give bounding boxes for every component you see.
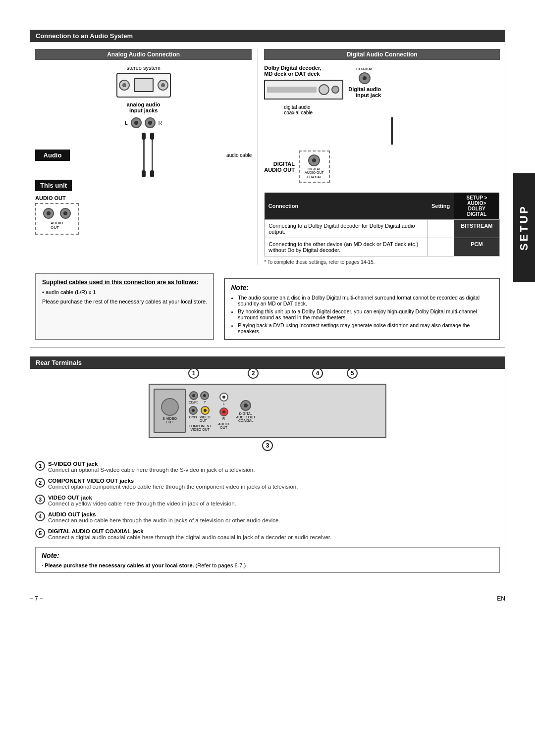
footer-lang: EN <box>497 595 505 602</box>
page-footer: – 7 – EN <box>30 595 505 602</box>
audio-out-area: AUDIO OUT AUDIOOUT <box>35 195 252 235</box>
audio-out-jack-l <box>43 208 54 219</box>
jack-r <box>145 117 156 128</box>
digital-audio-input-label: Digital audioinput jack <box>348 86 381 98</box>
digital-in-jack-inner <box>363 76 367 80</box>
digital-out-labels: DIGITALAUDIO OUT <box>264 161 295 173</box>
badge-4: 4 <box>312 368 323 379</box>
dd-device-label: Dolby Digital decoder,MD deck or DAT dec… <box>264 65 343 77</box>
digital-label: DIGITALAUDIO OUT <box>264 161 295 173</box>
audio-out-area-rear: L R AUDIOOUT <box>218 393 229 429</box>
note-title: Note: <box>231 284 493 292</box>
jack-l <box>131 117 142 128</box>
speaker-left-icon <box>119 80 130 91</box>
speaker-right-icon <box>158 80 168 91</box>
l-label: L <box>125 120 128 126</box>
rear-panel: S-VIDEOOUT Cb/Pb Y <box>149 384 386 438</box>
badge-1-pos: 1 <box>188 368 199 379</box>
s-video-port: S-VIDEOOUT <box>154 389 186 433</box>
rear-diagram-wrapper: 1 2 4 5 <box>149 381 386 451</box>
table-row-1: Connecting to a Dolby Digital decoder fo… <box>265 220 500 238</box>
setup-table: Connection Setting SETUP > AUDIO>DOLBY D… <box>264 193 500 256</box>
table-row2-connection: Connecting to the other device (an MD de… <box>265 238 428 256</box>
terminal-num-1: 1 <box>35 461 45 471</box>
terminal-text-1: S-VIDEO OUT jack Connect an optional S-v… <box>48 461 255 473</box>
audio-out-rear-label: AUDIOOUT <box>218 422 229 429</box>
note-list: The audio source on a disc in a Dolby Di… <box>231 295 493 334</box>
cable-lines <box>136 135 160 175</box>
component-top-row: Cb/Pb Y <box>189 391 212 404</box>
analog-col-header: Analog Audio Connection <box>35 49 252 60</box>
setup-label: SETUP <box>518 204 531 251</box>
rear-section-content: 1 2 4 5 <box>30 369 505 580</box>
badge-2: 2 <box>248 368 259 379</box>
terminal-text-3: VIDEO OUT jack Connect a yellow video ca… <box>48 495 236 506</box>
audio-out-box: AUDIOOUT <box>35 203 79 235</box>
setup-note: * To complete these settings, refer to p… <box>264 259 500 265</box>
stereo-icon <box>116 73 171 98</box>
digital-out-row: DIGITALAUDIO OUT DIGITALAUDIO OUT COAXIA… <box>264 151 500 183</box>
audio-out-tiny: AUDIOOUT <box>51 221 63 230</box>
table-col3-header: SETUP > AUDIO>DOLBY DIGITAL <box>454 193 499 220</box>
supplied-box: Supplied cables used in this connection … <box>35 273 214 340</box>
terminal-item-3: 3 VIDEO OUT jack Connect a yellow video … <box>35 495 500 506</box>
s-video-circle <box>161 398 179 416</box>
analog-audio-label: analog audioinput jacks <box>127 101 160 113</box>
plug-top-l <box>142 133 146 140</box>
this-unit-row: This unit <box>35 180 252 191</box>
plug-bottom-l <box>142 170 146 177</box>
badge-3-row: 3 <box>149 440 386 451</box>
terminal-num-5: 5 <box>35 528 45 538</box>
terminal-num-3: 3 <box>35 495 45 504</box>
bottom-split: Supplied cables used in this connection … <box>35 273 500 340</box>
coaxial-tiny: COAXIAL <box>307 175 321 179</box>
audio-r-label: R <box>222 417 225 420</box>
table-row1-setting: BITSTREAM <box>454 220 499 238</box>
coaxial-label: COAXIAL <box>356 67 374 71</box>
cable-area <box>74 135 222 175</box>
note-item-2: By hooking this unit up to a Dolby Digit… <box>238 308 493 320</box>
r-label: R <box>159 120 162 126</box>
badge-5-pos: 5 <box>347 368 358 379</box>
connection-columns: Analog Audio Connection stereo system an… <box>35 49 500 265</box>
cr-jack: Cr/Pr <box>189 406 198 422</box>
cable-right <box>152 135 153 175</box>
terminal-item-2: 2 COMPONENT VIDEO OUT jacks Connect opti… <box>35 478 500 490</box>
audio-l-jack: L <box>218 393 229 405</box>
digital-out-box: DIGITALAUDIO OUT COAXIAL <box>299 151 330 183</box>
terminal-num-2: 2 <box>35 478 45 488</box>
device-slot <box>267 87 317 93</box>
s-video-label: S-VIDEOOUT <box>162 417 177 424</box>
cb-jack: Cb/Pb <box>189 391 198 404</box>
badge-1: 1 <box>188 368 199 379</box>
bottom-note: Note: · Please purchase the necessary ca… <box>35 547 500 573</box>
table-row2-setting: PCM <box>454 238 499 256</box>
badge-3: 3 <box>262 440 273 451</box>
digital-diagram: Dolby Digital decoder,MD deck or DAT dec… <box>264 65 500 265</box>
digital-coaxial-area: DIGITALAUDIO OUTCOAXIAL <box>236 400 256 422</box>
audio-cable-label: audio cable <box>226 152 252 158</box>
component-bottom-row: Cr/Pr VIDEOOUT <box>189 406 212 422</box>
stereo-center-unit <box>134 78 154 92</box>
bottom-note-text: · Please purchase the necessary cables a… <box>42 562 246 568</box>
digital-out-jack <box>308 154 320 166</box>
terminal-list: 1 S-VIDEO OUT jack Connect an optional S… <box>35 461 500 540</box>
footer-page: – 7 – <box>30 595 43 602</box>
rear-diagram: 1 2 4 5 <box>35 381 500 451</box>
coaxial-cable-line <box>391 117 393 145</box>
terminal-item-1: 1 S-VIDEO OUT jack Connect an optional S… <box>35 461 500 473</box>
table-row-2: Connecting to the other device (an MD de… <box>265 238 500 256</box>
section-header: Connection to an Audio System <box>30 30 505 42</box>
video-out-jack: VIDEOOUT <box>200 406 211 422</box>
audio-out-jack-r <box>60 208 71 219</box>
badge-4-pos: 4 <box>312 368 323 379</box>
component-video-label: COMPONENTVIDEO OUT <box>189 424 212 431</box>
audio-label: Audio <box>35 150 70 161</box>
note-box: Note: The audio source on a disc in a Do… <box>224 278 500 340</box>
bottom-note-title: Note: <box>42 552 493 559</box>
digital-coaxial-label: DIGITALAUDIO OUTCOAXIAL <box>236 412 256 422</box>
digital-in-jack <box>359 72 371 84</box>
badge-5: 5 <box>347 368 358 379</box>
coaxial-cable-area: digital audiocoaxial cable <box>284 104 500 147</box>
stereo-system-label: stereo system <box>126 65 160 71</box>
